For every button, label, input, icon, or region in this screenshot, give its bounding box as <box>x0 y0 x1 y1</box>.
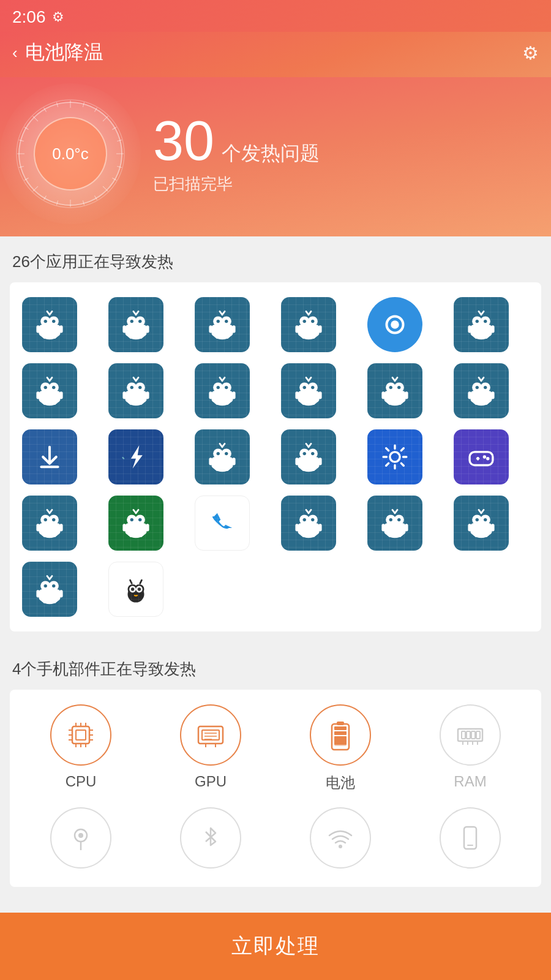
bluetooth-circle <box>180 807 241 869</box>
app-icon-12[interactable] <box>454 363 509 418</box>
svg-point-51 <box>213 317 223 326</box>
svg-point-137 <box>386 383 395 393</box>
svg-rect-170 <box>216 466 219 471</box>
svg-point-99 <box>125 389 146 405</box>
svg-point-194 <box>44 518 47 521</box>
svg-point-229 <box>394 515 404 525</box>
app-icon-13[interactable] <box>22 429 77 484</box>
back-button[interactable]: ‹ <box>12 43 18 62</box>
svg-point-65 <box>303 320 306 323</box>
svg-rect-182 <box>302 466 305 471</box>
app-icon-2[interactable] <box>108 297 163 352</box>
app-icon-9[interactable] <box>195 363 250 418</box>
component-location[interactable] <box>22 807 140 869</box>
svg-rect-70 <box>318 325 321 333</box>
app-icon-4[interactable] <box>281 297 336 352</box>
svg-line-179 <box>309 443 311 447</box>
app-icon-22[interactable] <box>281 496 336 551</box>
issue-label: 个发热问题 <box>222 140 320 167</box>
svg-rect-299 <box>471 731 475 739</box>
svg-rect-246 <box>468 524 471 531</box>
svg-rect-100 <box>125 391 146 402</box>
app-icon-15[interactable] <box>195 429 250 484</box>
svg-point-240 <box>472 515 482 525</box>
action-bar: 立即处理 <box>0 913 551 980</box>
app-icon-14[interactable] <box>108 429 163 484</box>
component-wifi[interactable] <box>282 807 399 869</box>
component-screen[interactable] <box>411 807 529 869</box>
ram-circle <box>440 704 501 766</box>
svg-point-49 <box>211 323 233 339</box>
svg-point-74 <box>391 320 399 329</box>
svg-rect-223 <box>318 524 321 531</box>
svg-point-28 <box>49 317 59 326</box>
svg-point-174 <box>299 449 309 459</box>
svg-rect-60 <box>225 333 228 339</box>
svg-rect-50 <box>211 325 233 336</box>
app-icon-23[interactable] <box>367 496 422 551</box>
svg-point-176 <box>303 452 306 455</box>
svg-rect-33 <box>36 325 39 333</box>
svg-rect-109 <box>129 399 132 405</box>
svg-rect-98 <box>53 399 56 405</box>
svg-line-154 <box>481 377 484 380</box>
component-gpu[interactable]: GPU <box>152 704 269 793</box>
svg-rect-58 <box>232 325 235 333</box>
svg-point-188 <box>483 455 486 458</box>
svg-rect-236 <box>388 532 391 537</box>
svg-point-267 <box>131 587 134 590</box>
app-icon-10[interactable] <box>281 363 336 418</box>
svg-rect-269 <box>72 726 89 744</box>
header-settings-icon[interactable]: ⚙ <box>522 42 539 64</box>
svg-rect-59 <box>216 333 219 339</box>
app-icon-24[interactable] <box>454 496 509 551</box>
components-section-title: 4个手机部件正在导致发热 <box>12 660 196 678</box>
components-row-2 <box>22 807 529 869</box>
app-icon-20[interactable] <box>108 496 163 551</box>
action-button[interactable]: 立即处理 <box>0 913 551 980</box>
app-icon-26[interactable] <box>108 562 163 617</box>
svg-line-94 <box>50 377 52 380</box>
component-ram[interactable]: RAM <box>411 704 529 793</box>
svg-point-64 <box>308 317 318 326</box>
component-cpu[interactable]: CPU <box>22 704 140 793</box>
svg-line-44 <box>136 311 138 314</box>
svg-line-141 <box>392 377 395 380</box>
svg-rect-224 <box>302 532 305 537</box>
svg-rect-47 <box>129 333 132 339</box>
svg-point-254 <box>44 584 47 587</box>
svg-rect-249 <box>484 532 487 537</box>
svg-point-262 <box>128 586 144 603</box>
svg-rect-57 <box>209 325 212 333</box>
app-icon-16[interactable] <box>281 429 336 484</box>
app-icon-6[interactable] <box>454 297 509 352</box>
component-battery[interactable]: 电池 <box>282 704 399 793</box>
app-icon-1[interactable] <box>22 297 77 352</box>
app-icon-8[interactable] <box>108 363 163 418</box>
svg-point-92 <box>52 386 55 389</box>
app-icon-19[interactable] <box>22 496 77 551</box>
components-section-header: 4个手机部件正在导致发热 <box>0 644 551 690</box>
app-icon-21[interactable] <box>195 496 250 551</box>
svg-rect-84 <box>491 325 494 333</box>
app-icon-17[interactable] <box>367 429 422 484</box>
app-icon-25[interactable] <box>22 562 77 617</box>
gpu-icon <box>193 718 228 752</box>
app-icon-11[interactable] <box>367 363 422 418</box>
svg-point-204 <box>127 515 137 525</box>
svg-point-61 <box>298 323 319 339</box>
svg-point-103 <box>130 386 133 389</box>
component-bluetooth[interactable] <box>152 807 269 869</box>
svg-point-165 <box>225 452 228 455</box>
app-icon-3[interactable] <box>195 297 250 352</box>
svg-point-116 <box>225 386 228 389</box>
svg-point-102 <box>135 383 145 393</box>
app-icon-5[interactable] <box>367 297 422 352</box>
svg-line-220 <box>306 510 309 513</box>
app-icon-7[interactable] <box>22 363 77 418</box>
svg-line-129 <box>306 377 309 380</box>
svg-line-232 <box>392 510 395 513</box>
app-icon-18[interactable] <box>454 429 509 484</box>
svg-point-164 <box>217 452 220 455</box>
svg-point-253 <box>49 581 59 591</box>
